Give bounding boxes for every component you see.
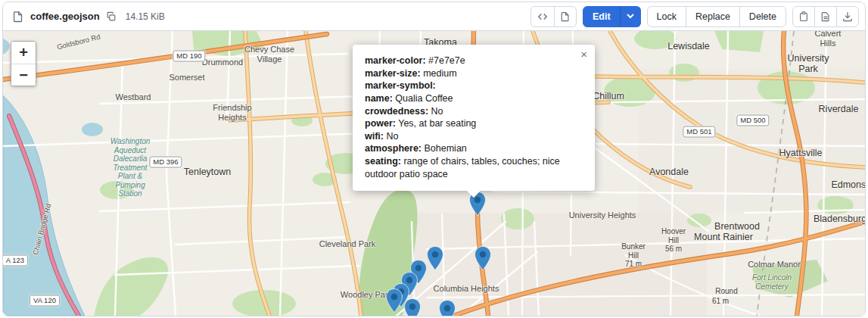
file-utils-group bbox=[792, 6, 859, 27]
file-header: coffee.geojson 14.15 KiB bbox=[3, 2, 865, 31]
map-canvas[interactable]: TakomaLewisdaleCalvert HillsUniversity P… bbox=[3, 31, 865, 316]
lock-button[interactable]: Lock bbox=[647, 6, 686, 27]
raw-button[interactable] bbox=[814, 6, 837, 27]
zoom-out-button[interactable]: − bbox=[11, 64, 36, 86]
file-size: 14.15 KiB bbox=[126, 11, 165, 22]
file-icon bbox=[12, 11, 24, 23]
popup-property-row: seating: range of chairs, tables, couche… bbox=[365, 155, 583, 180]
edit-dropdown-button[interactable] bbox=[620, 6, 641, 27]
delete-button[interactable]: Delete bbox=[739, 6, 786, 27]
popup-property-row: atmosphere: Bohemian bbox=[365, 142, 583, 155]
replace-button[interactable]: Replace bbox=[686, 6, 740, 27]
copy-path-icon[interactable] bbox=[106, 11, 117, 22]
download-button[interactable] bbox=[836, 6, 859, 27]
file-lines-icon bbox=[820, 11, 831, 22]
download-icon bbox=[842, 11, 853, 22]
source-view-button[interactable] bbox=[530, 6, 555, 27]
chevron-down-icon bbox=[627, 14, 634, 19]
popup-property-row: marker-symbol: bbox=[365, 80, 583, 92]
zoom-in-button[interactable]: + bbox=[11, 42, 36, 64]
popup-properties: marker-color: #7e7e7emarker-size: medium… bbox=[365, 55, 583, 180]
popup-property-row: name: Qualia Coffee bbox=[365, 92, 583, 105]
copy-button[interactable] bbox=[792, 6, 815, 27]
view-toggle-group bbox=[530, 6, 577, 27]
edit-button-group: Edit bbox=[583, 6, 641, 27]
rendered-view-button[interactable] bbox=[554, 6, 577, 27]
popup-property-row: marker-color: #7e7e7e bbox=[365, 55, 583, 67]
zoom-control: + − bbox=[11, 41, 36, 86]
feature-popup: × marker-color: #7e7e7emarker-size: medi… bbox=[353, 45, 595, 191]
popup-property-row: crowdedness: No bbox=[365, 105, 583, 118]
popup-property-row: power: Yes, at bar seating bbox=[365, 117, 583, 130]
file-name: coffee.geojson bbox=[30, 11, 100, 22]
popup-property-row: marker-size: medium bbox=[365, 67, 583, 80]
edit-button[interactable]: Edit bbox=[583, 6, 621, 27]
clipboard-icon bbox=[798, 11, 809, 22]
file-actions-group: Lock Replace Delete bbox=[647, 6, 786, 27]
popup-close-button[interactable]: × bbox=[580, 48, 587, 60]
file-viewer: coffee.geojson 14.15 KiB bbox=[2, 2, 866, 316]
popup-property-row: wifi: No bbox=[365, 130, 583, 143]
